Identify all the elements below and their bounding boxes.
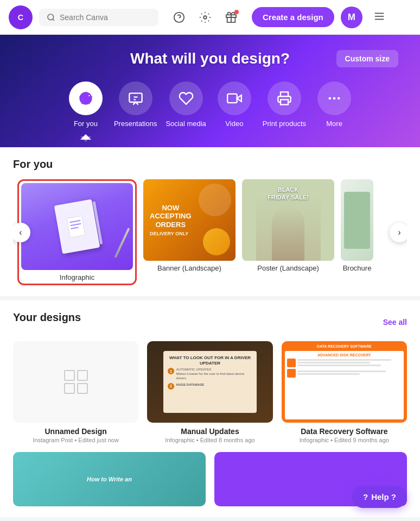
active-indicator xyxy=(80,134,91,140)
see-all-link[interactable]: See all xyxy=(383,318,407,327)
manual-title-text: WHAT TO LOOK OUT FOR IN A DRIVER UPDATER xyxy=(168,355,252,366)
more-icon-circle xyxy=(317,81,351,115)
for-you-icon-circle xyxy=(69,81,103,115)
svg-point-2 xyxy=(48,14,54,20)
brochure-label: Brochure xyxy=(341,264,373,272)
for-you-section-title: For you xyxy=(13,158,407,171)
designs-grid: Unnamed Design Instagram Post • Edited j… xyxy=(13,341,407,443)
svg-rect-12 xyxy=(281,99,288,104)
category-social-media[interactable]: Social media xyxy=(166,81,206,128)
infographic-book-icon xyxy=(54,199,100,254)
svg-rect-16 xyxy=(67,216,85,237)
gift-icon[interactable] xyxy=(221,8,241,27)
template-banner[interactable]: NOWACCEPTINGORDERS DELIVERY ONLY Banner … xyxy=(143,179,236,272)
header: C Create a design xyxy=(0,0,420,35)
template-brochure[interactable]: Brochure xyxy=(341,179,373,272)
presentations-icon-circle xyxy=(119,81,152,115)
for-you-section: For you ‹ Infographic xyxy=(0,147,420,296)
help-icon[interactable] xyxy=(169,8,189,27)
print-products-label: Print products xyxy=(263,120,306,128)
designs-bottom-row: How to Write an xyxy=(13,452,407,506)
your-designs-section: Your designs See all Unnamed Design Inst… xyxy=(0,300,420,517)
category-more[interactable]: More xyxy=(315,81,354,128)
video-label: Video xyxy=(225,120,243,128)
svg-rect-11 xyxy=(227,94,237,103)
recovery-design-subtitle: Infographic • Edited 9 months ago xyxy=(282,437,407,443)
svg-rect-9 xyxy=(129,93,142,102)
svg-point-13 xyxy=(329,97,332,100)
notification-dot xyxy=(234,10,239,14)
recovery-title-text: DATA RECOVERY SOFTWARE xyxy=(285,344,404,349)
create-design-button[interactable]: Create a design xyxy=(252,7,334,27)
for-you-label: For you xyxy=(74,120,98,128)
category-presentations[interactable]: Presentations xyxy=(114,81,157,128)
hero-banner: What will you design? Custom size For yo… xyxy=(0,35,420,147)
social-media-label: Social media xyxy=(166,120,206,128)
banner-main-text: NOWACCEPTINGORDERS xyxy=(150,204,192,229)
svg-marker-10 xyxy=(237,95,241,102)
banner-sub-text: DELIVERY ONLY xyxy=(150,231,188,236)
manual-thumb: WHAT TO LOOK OUT FOR IN A DRIVER UPDATER… xyxy=(147,341,272,423)
help-label: Help ? xyxy=(371,492,396,501)
banner-label: Banner (Landscape) xyxy=(143,264,236,272)
grid-icon xyxy=(64,370,88,394)
manual-design-title: Manual Updates xyxy=(147,427,272,436)
svg-text:C: C xyxy=(18,13,23,22)
banner-thumb: NOWACCEPTINGORDERS DELIVERY ONLY xyxy=(143,179,236,261)
category-print-products[interactable]: Print products xyxy=(263,81,306,128)
manual-design-subtitle: Infographic • Edited 8 months ago xyxy=(147,437,272,443)
manual-item-2: 2 HUGE DATABASE xyxy=(168,383,252,390)
avatar[interactable]: M xyxy=(341,7,362,28)
manual-item-1: 1 AUTOMATIC UPDATESMakes it easier for t… xyxy=(168,368,252,380)
design-categories: For you Presentations Social media xyxy=(22,81,398,128)
template-infographic[interactable]: Infographic xyxy=(17,179,137,285)
social-media-icon-circle xyxy=(169,81,203,115)
recovery-content: ADVANCED DISK RECOVERY xyxy=(285,351,404,419)
presentations-label: Presentations xyxy=(114,120,157,128)
templates-next-button[interactable]: › xyxy=(390,223,407,242)
canva-logo[interactable]: C xyxy=(9,5,33,29)
design-recovery[interactable]: DATA RECOVERY SOFTWARE ADVANCED DISK REC… xyxy=(282,341,407,443)
category-for-you[interactable]: For you xyxy=(66,81,105,128)
unnamed-thumb xyxy=(13,341,138,423)
poster-label: Poster (Landscape) xyxy=(242,264,334,272)
unnamed-design-title: Unnamed Design xyxy=(13,427,138,436)
templates-row: ‹ Infographic xyxy=(13,179,407,285)
your-designs-title: Your designs xyxy=(13,311,81,324)
recovery-design-title: Data Recovery Software xyxy=(282,427,407,436)
design-manual[interactable]: WHAT TO LOOK OUT FOR IN A DRIVER UPDATER… xyxy=(147,341,272,443)
poster-thumb: BLACKFRIDAY SALE! xyxy=(242,179,334,261)
unnamed-design-subtitle: Instagram Post • Edited just now xyxy=(13,437,138,443)
category-video[interactable]: Video xyxy=(215,81,254,128)
recovery-thumb: DATA RECOVERY SOFTWARE ADVANCED DISK REC… xyxy=(282,341,407,423)
infographic-thumb xyxy=(21,183,133,270)
pen-icon xyxy=(114,228,130,258)
help-button[interactable]: ? Help ? xyxy=(352,486,407,508)
search-icon xyxy=(47,13,55,22)
infographic-label: Infographic xyxy=(21,273,133,281)
menu-icon[interactable] xyxy=(371,8,387,27)
designs-header: Your designs See all xyxy=(13,311,407,332)
search-bar[interactable] xyxy=(39,9,158,26)
more-label: More xyxy=(326,120,342,128)
template-poster[interactable]: BLACKFRIDAY SALE! Poster (Landscape) xyxy=(242,179,334,272)
howtow-thumb: How to Write an xyxy=(13,452,206,506)
print-products-icon-circle xyxy=(268,81,301,115)
howtow-text: How to Write an xyxy=(87,475,132,483)
design-howtow[interactable]: How to Write an xyxy=(13,452,206,506)
svg-point-14 xyxy=(333,97,336,100)
svg-point-15 xyxy=(338,97,340,100)
design-unnamed[interactable]: Unnamed Design Instagram Post • Edited j… xyxy=(13,341,138,443)
search-input[interactable] xyxy=(60,13,151,22)
settings-icon[interactable] xyxy=(195,8,215,27)
header-icons xyxy=(169,8,241,27)
custom-size-button[interactable]: Custom size xyxy=(336,50,398,67)
brochure-thumb xyxy=(341,179,373,261)
help-icon-question: ? xyxy=(363,492,368,501)
svg-point-5 xyxy=(203,16,207,19)
video-icon-circle xyxy=(218,81,251,115)
